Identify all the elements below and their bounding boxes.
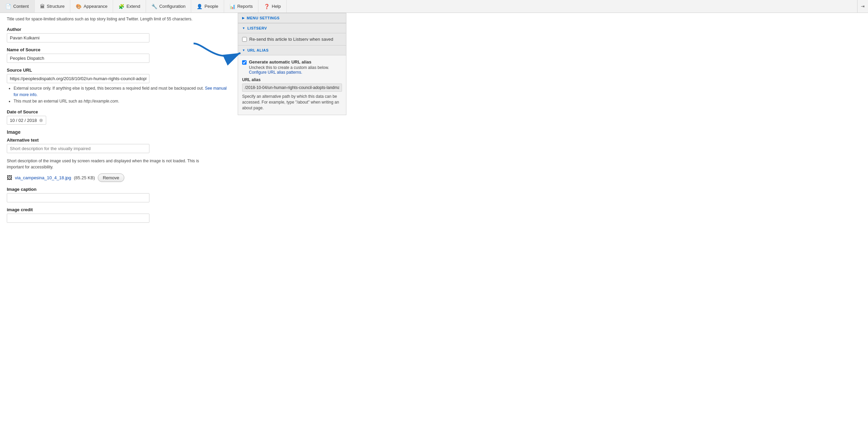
source-url-input[interactable] xyxy=(7,74,149,83)
listserv-checkbox[interactable] xyxy=(242,37,247,42)
url-alias-title: URL ALIAS xyxy=(247,48,269,52)
menu-settings-collapse-icon: ▶ xyxy=(242,16,245,20)
file-size: (85.25 KB) xyxy=(74,175,95,180)
date-of-source-field-group: Date of Source 10 / 02 / 2018 ⊗ xyxy=(7,109,231,125)
generate-alias-label: Generate automatic URL alias xyxy=(249,59,342,65)
file-icon: 🖼 xyxy=(7,175,12,181)
url-alias-input[interactable] xyxy=(242,84,342,92)
source-url-label: Source URL xyxy=(7,68,231,73)
url-alias-header[interactable]: ▼ URL ALIAS xyxy=(238,45,346,55)
image-caption-label: Image caption xyxy=(7,187,231,192)
image-credit-field-group: image credit xyxy=(7,207,231,223)
image-section: Image Alternative text Short description… xyxy=(7,129,231,182)
image-file-row: 🖼 via_campesina_10_4_18.jpg (85.25 KB) R… xyxy=(7,174,231,182)
image-caption-field-group: Image caption xyxy=(7,187,231,202)
uncheck-hint: Uncheck this to create a custom alias be… xyxy=(249,65,329,70)
subtitle-text: Title used for space-limited situations … xyxy=(7,16,231,22)
image-credit-label: image credit xyxy=(7,207,231,212)
remove-button[interactable]: Remove xyxy=(98,174,124,182)
url-alias-collapse-icon: ▼ xyxy=(242,49,245,52)
author-input[interactable] xyxy=(7,33,149,42)
alt-text-field-group: Alternative text xyxy=(7,138,231,153)
listserv-title: LISTSERV xyxy=(247,26,267,30)
menu-settings-header[interactable]: ▶ MENU SETTINGS xyxy=(238,13,346,23)
nav-collapse-button[interactable]: ⇥ xyxy=(857,0,868,13)
listserv-checkbox-row[interactable]: Re-send this article to Listserv when sa… xyxy=(242,37,342,42)
nav-item-content[interactable]: 📄 Content xyxy=(0,0,35,13)
top-navigation: 📄 Content 🏛 Structure 🎨 Appearance 🧩 Ext… xyxy=(0,0,868,13)
url-alias-help-text: Specify an alternative path by which thi… xyxy=(242,94,342,111)
right-sidebar: ▶ MENU SETTINGS ▼ LISTSERV Re-send this … xyxy=(238,13,346,115)
nav-item-appearance[interactable]: 🎨 Appearance xyxy=(70,0,113,13)
name-of-source-field-group: Name of Source xyxy=(7,47,231,63)
reports-icon: 📊 xyxy=(230,4,235,9)
nav-label-configuration: Configuration xyxy=(159,4,185,9)
generate-alias-subtext: Uncheck this to create a custom alias be… xyxy=(249,65,342,75)
date-of-source-label: Date of Source xyxy=(7,109,231,114)
nav-label-reports: Reports xyxy=(237,4,253,9)
listserv-collapse-icon: ▼ xyxy=(242,26,245,30)
structure-icon: 🏛 xyxy=(40,4,45,9)
date-clear-button[interactable]: ⊗ xyxy=(39,117,43,123)
url-alias-field-label: URL alias xyxy=(242,77,342,82)
main-layout: Title used for space-limited situations … xyxy=(0,13,868,234)
appearance-icon: 🎨 xyxy=(76,4,82,9)
nav-item-extend[interactable]: 🧩 Extend xyxy=(113,0,146,13)
nav-spacer xyxy=(287,0,857,13)
alt-text-input[interactable] xyxy=(7,144,149,153)
image-credit-input[interactable] xyxy=(7,214,149,223)
menu-settings-section: ▶ MENU SETTINGS xyxy=(238,13,346,23)
url-alias-body: Generate automatic URL alias Uncheck thi… xyxy=(238,55,346,115)
nav-item-people[interactable]: 👤 People xyxy=(191,0,224,13)
menu-settings-title: MENU SETTINGS xyxy=(247,16,280,20)
name-of-source-input[interactable] xyxy=(7,54,149,63)
image-section-heading: Image xyxy=(7,129,231,135)
generate-alias-checkbox[interactable] xyxy=(242,60,247,65)
nav-label-people: People xyxy=(204,4,218,9)
extend-icon: 🧩 xyxy=(119,4,124,9)
listserv-body: Re-send this article to Listserv when sa… xyxy=(238,33,346,45)
nav-item-reports[interactable]: 📊 Reports xyxy=(224,0,259,13)
image-caption-input[interactable] xyxy=(7,193,149,202)
content-icon: 📄 xyxy=(5,4,11,9)
nav-label-extend: Extend xyxy=(126,4,140,9)
name-of-source-label: Name of Source xyxy=(7,47,231,52)
source-url-help-list: External source only. If anything else i… xyxy=(14,85,231,105)
generate-alias-row: Generate automatic URL alias Uncheck thi… xyxy=(242,59,342,75)
alt-text-label: Alternative text xyxy=(7,138,231,143)
nav-label-structure: Structure xyxy=(47,4,65,9)
nav-label-content: Content xyxy=(13,4,29,9)
configure-url-alias-link[interactable]: Configure URL alias patterns. xyxy=(249,70,302,75)
nav-item-help[interactable]: ❓ Help xyxy=(258,0,287,13)
left-content-panel: Title used for space-limited situations … xyxy=(0,13,238,234)
date-display[interactable]: 10 / 02 / 2018 ⊗ xyxy=(7,116,46,125)
author-field-group: Author xyxy=(7,27,231,42)
nav-label-appearance: Appearance xyxy=(84,4,107,9)
nav-item-structure[interactable]: 🏛 Structure xyxy=(35,0,71,13)
help-icon: ❓ xyxy=(264,4,270,9)
nav-item-configuration[interactable]: 🔧 Configuration xyxy=(146,0,191,13)
generate-alias-text-block: Generate automatic URL alias Uncheck thi… xyxy=(249,59,342,75)
file-link[interactable]: via_campesina_10_4_18.jpg xyxy=(15,175,71,180)
listserv-header[interactable]: ▼ LISTSERV xyxy=(238,23,346,33)
source-url-help-item-1: External source only. If anything else i… xyxy=(14,85,231,98)
listserv-checkbox-label: Re-send this article to Listserv when sa… xyxy=(249,37,333,42)
date-value: 10 / 02 / 2018 xyxy=(10,118,37,123)
listserv-section: ▼ LISTSERV Re-send this article to Lists… xyxy=(238,23,346,45)
url-alias-section: ▼ URL ALIAS Generate automatic URL alias… xyxy=(238,45,346,115)
date-field-wrapper: 10 / 02 / 2018 ⊗ xyxy=(7,116,231,125)
people-icon: 👤 xyxy=(197,4,202,9)
source-url-help-item-2: This must be an external URL such as htt… xyxy=(14,98,231,105)
author-label: Author xyxy=(7,27,231,32)
nav-label-help: Help xyxy=(272,4,281,9)
configuration-icon: 🔧 xyxy=(151,4,157,9)
alt-text-help-text: Short description of the image used by s… xyxy=(7,158,204,170)
source-url-field-group: Source URL External source only. If anyt… xyxy=(7,68,231,105)
